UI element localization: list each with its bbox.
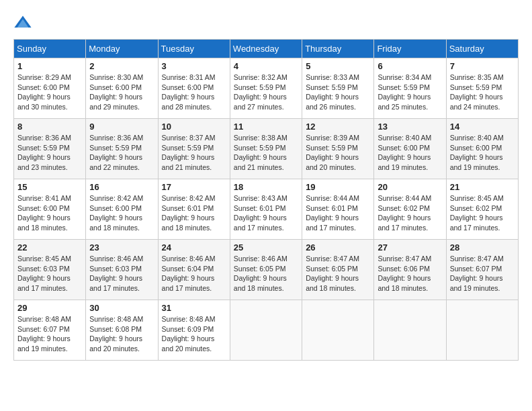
calendar-cell: 8 Sunrise: 8:36 AM Sunset: 5:59 PM Dayli… xyxy=(14,119,86,179)
day-info: Sunrise: 8:34 AM Sunset: 5:59 PM Dayligh… xyxy=(378,73,442,112)
day-info: Sunrise: 8:42 AM Sunset: 6:01 PM Dayligh… xyxy=(162,193,226,233)
calendar-cell: 28 Sunrise: 8:47 AM Sunset: 6:07 PM Dayl… xyxy=(446,240,518,300)
day-info: Sunrise: 8:47 AM Sunset: 6:06 PM Dayligh… xyxy=(378,254,442,293)
day-number: 29 xyxy=(17,303,82,313)
day-number: 17 xyxy=(162,182,226,192)
day-info: Sunrise: 8:30 AM Sunset: 6:00 PM Dayligh… xyxy=(89,73,154,112)
day-number: 14 xyxy=(450,122,515,132)
calendar-day-header: Tuesday xyxy=(158,40,230,58)
day-number: 27 xyxy=(378,242,442,253)
day-number: 20 xyxy=(378,182,442,192)
day-info: Sunrise: 8:44 AM Sunset: 6:01 PM Dayligh… xyxy=(306,193,370,233)
day-number: 23 xyxy=(89,242,154,253)
calendar-cell: 22 Sunrise: 8:45 AM Sunset: 6:03 PM Dayl… xyxy=(14,240,86,300)
day-info: Sunrise: 8:48 AM Sunset: 6:07 PM Dayligh… xyxy=(17,314,82,354)
page-header xyxy=(13,13,519,32)
calendar-cell: 1 Sunrise: 8:29 AM Sunset: 6:00 PM Dayli… xyxy=(14,58,86,119)
day-info: Sunrise: 8:35 AM Sunset: 5:59 PM Dayligh… xyxy=(450,73,515,112)
calendar-cell xyxy=(230,300,302,361)
calendar-cell: 15 Sunrise: 8:41 AM Sunset: 6:00 PM Dayl… xyxy=(14,179,86,240)
calendar-day-header: Friday xyxy=(374,40,446,58)
calendar-cell xyxy=(446,300,518,361)
calendar-cell: 12 Sunrise: 8:39 AM Sunset: 5:59 PM Dayl… xyxy=(302,119,374,179)
day-number: 21 xyxy=(450,182,515,192)
day-number: 5 xyxy=(306,61,370,71)
calendar-week-row: 29 Sunrise: 8:48 AM Sunset: 6:07 PM Dayl… xyxy=(14,300,519,361)
calendar-cell: 7 Sunrise: 8:35 AM Sunset: 5:59 PM Dayli… xyxy=(446,58,518,119)
calendar-cell: 16 Sunrise: 8:42 AM Sunset: 6:00 PM Dayl… xyxy=(86,179,158,240)
day-number: 1 xyxy=(17,61,82,71)
calendar-cell: 9 Sunrise: 8:36 AM Sunset: 5:59 PM Dayli… xyxy=(86,119,158,179)
day-number: 11 xyxy=(234,122,298,132)
day-info: Sunrise: 8:46 AM Sunset: 6:05 PM Dayligh… xyxy=(234,254,298,293)
day-number: 26 xyxy=(306,242,370,253)
calendar-cell: 18 Sunrise: 8:43 AM Sunset: 6:01 PM Dayl… xyxy=(230,179,302,240)
calendar-day-header: Sunday xyxy=(14,40,86,58)
calendar-cell: 23 Sunrise: 8:46 AM Sunset: 6:03 PM Dayl… xyxy=(86,240,158,300)
calendar-cell: 17 Sunrise: 8:42 AM Sunset: 6:01 PM Dayl… xyxy=(158,179,230,240)
calendar-cell: 13 Sunrise: 8:40 AM Sunset: 6:00 PM Dayl… xyxy=(374,119,446,179)
day-number: 28 xyxy=(450,242,515,253)
calendar-week-row: 1 Sunrise: 8:29 AM Sunset: 6:00 PM Dayli… xyxy=(14,58,519,119)
calendar-cell: 20 Sunrise: 8:44 AM Sunset: 6:02 PM Dayl… xyxy=(374,179,446,240)
day-number: 2 xyxy=(89,61,154,71)
calendar-cell: 27 Sunrise: 8:47 AM Sunset: 6:06 PM Dayl… xyxy=(374,240,446,300)
day-info: Sunrise: 8:39 AM Sunset: 5:59 PM Dayligh… xyxy=(306,133,370,173)
day-number: 9 xyxy=(89,122,154,132)
calendar-week-row: 22 Sunrise: 8:45 AM Sunset: 6:03 PM Dayl… xyxy=(14,240,519,300)
calendar-header-row: SundayMondayTuesdayWednesdayThursdayFrid… xyxy=(14,40,519,58)
day-number: 10 xyxy=(162,122,226,132)
calendar-day-header: Saturday xyxy=(446,40,518,58)
calendar-day-header: Monday xyxy=(86,40,158,58)
calendar-cell: 5 Sunrise: 8:33 AM Sunset: 5:59 PM Dayli… xyxy=(302,58,374,119)
calendar-cell: 14 Sunrise: 8:40 AM Sunset: 6:00 PM Dayl… xyxy=(446,119,518,179)
day-info: Sunrise: 8:48 AM Sunset: 6:08 PM Dayligh… xyxy=(89,314,154,354)
day-info: Sunrise: 8:45 AM Sunset: 6:03 PM Dayligh… xyxy=(17,254,82,293)
calendar-cell: 4 Sunrise: 8:32 AM Sunset: 5:59 PM Dayli… xyxy=(230,58,302,119)
calendar-cell xyxy=(302,300,374,361)
day-info: Sunrise: 8:38 AM Sunset: 5:59 PM Dayligh… xyxy=(234,133,298,173)
day-info: Sunrise: 8:37 AM Sunset: 5:59 PM Dayligh… xyxy=(162,133,226,173)
calendar-cell: 19 Sunrise: 8:44 AM Sunset: 6:01 PM Dayl… xyxy=(302,179,374,240)
calendar-cell: 29 Sunrise: 8:48 AM Sunset: 6:07 PM Dayl… xyxy=(14,300,86,361)
day-info: Sunrise: 8:47 AM Sunset: 6:07 PM Dayligh… xyxy=(450,254,515,293)
day-info: Sunrise: 8:46 AM Sunset: 6:04 PM Dayligh… xyxy=(162,254,226,293)
calendar-cell: 2 Sunrise: 8:30 AM Sunset: 6:00 PM Dayli… xyxy=(86,58,158,119)
day-number: 6 xyxy=(378,61,442,71)
day-number: 16 xyxy=(89,182,154,192)
day-number: 13 xyxy=(378,122,442,132)
calendar-cell: 26 Sunrise: 8:47 AM Sunset: 6:05 PM Dayl… xyxy=(302,240,374,300)
day-number: 19 xyxy=(306,182,370,192)
day-info: Sunrise: 8:46 AM Sunset: 6:03 PM Dayligh… xyxy=(89,254,154,293)
calendar-cell: 30 Sunrise: 8:48 AM Sunset: 6:08 PM Dayl… xyxy=(86,300,158,361)
day-info: Sunrise: 8:31 AM Sunset: 6:00 PM Dayligh… xyxy=(162,73,226,112)
day-info: Sunrise: 8:41 AM Sunset: 6:00 PM Dayligh… xyxy=(17,193,82,233)
day-number: 12 xyxy=(306,122,370,132)
day-info: Sunrise: 8:48 AM Sunset: 6:09 PM Dayligh… xyxy=(162,314,226,354)
day-number: 3 xyxy=(162,61,226,71)
calendar-cell: 11 Sunrise: 8:38 AM Sunset: 5:59 PM Dayl… xyxy=(230,119,302,179)
calendar-cell: 6 Sunrise: 8:34 AM Sunset: 5:59 PM Dayli… xyxy=(374,58,446,119)
day-info: Sunrise: 8:32 AM Sunset: 5:59 PM Dayligh… xyxy=(234,73,298,112)
day-info: Sunrise: 8:33 AM Sunset: 5:59 PM Dayligh… xyxy=(306,73,370,112)
day-number: 30 xyxy=(89,303,154,313)
calendar-day-header: Thursday xyxy=(302,40,374,58)
calendar-week-row: 8 Sunrise: 8:36 AM Sunset: 5:59 PM Dayli… xyxy=(14,119,519,179)
calendar-cell: 3 Sunrise: 8:31 AM Sunset: 6:00 PM Dayli… xyxy=(158,58,230,119)
calendar-cell: 25 Sunrise: 8:46 AM Sunset: 6:05 PM Dayl… xyxy=(230,240,302,300)
day-info: Sunrise: 8:40 AM Sunset: 6:00 PM Dayligh… xyxy=(450,133,515,173)
day-info: Sunrise: 8:42 AM Sunset: 6:00 PM Dayligh… xyxy=(89,193,154,233)
day-info: Sunrise: 8:36 AM Sunset: 5:59 PM Dayligh… xyxy=(89,133,154,173)
day-number: 24 xyxy=(162,242,226,253)
calendar-cell: 31 Sunrise: 8:48 AM Sunset: 6:09 PM Dayl… xyxy=(158,300,230,361)
day-number: 7 xyxy=(450,61,515,71)
day-info: Sunrise: 8:40 AM Sunset: 6:00 PM Dayligh… xyxy=(378,133,442,173)
day-number: 22 xyxy=(17,242,82,253)
day-number: 4 xyxy=(234,61,298,71)
calendar-table: SundayMondayTuesdayWednesdayThursdayFrid… xyxy=(13,39,519,361)
day-number: 18 xyxy=(234,182,298,192)
day-number: 8 xyxy=(17,122,82,132)
calendar-cell: 10 Sunrise: 8:37 AM Sunset: 5:59 PM Dayl… xyxy=(158,119,230,179)
day-info: Sunrise: 8:29 AM Sunset: 6:00 PM Dayligh… xyxy=(17,73,82,112)
day-info: Sunrise: 8:36 AM Sunset: 5:59 PM Dayligh… xyxy=(17,133,82,173)
